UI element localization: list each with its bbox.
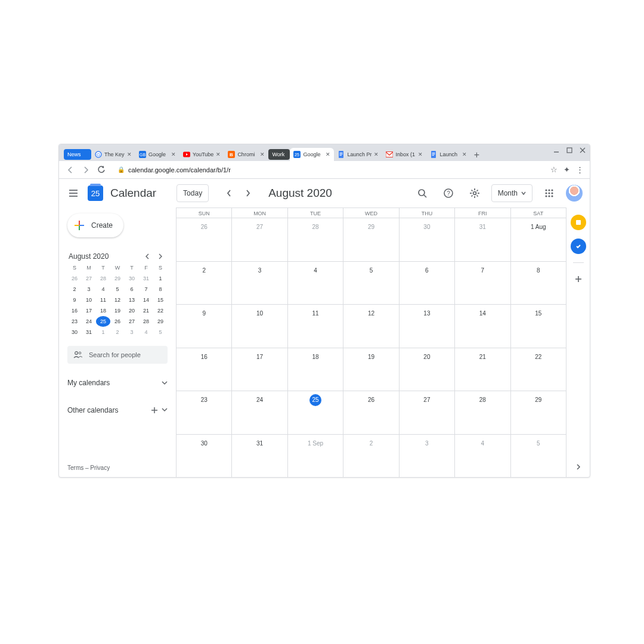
day-cell[interactable]: 1 Sep [288,434,343,478]
mini-day-cell[interactable]: 1 [96,327,110,338]
mini-day-cell[interactable]: 31 [139,273,153,284]
browser-tab[interactable]: Launch Pr✕ [334,148,382,161]
mini-day-cell[interactable]: 27 [125,316,139,327]
tab-close-icon[interactable]: ✕ [462,152,467,157]
view-switcher[interactable]: Month [491,184,532,202]
day-cell[interactable]: 22 [511,348,566,391]
day-cell[interactable]: 3 [232,261,287,305]
tab-close-icon[interactable]: ✕ [374,152,379,157]
day-cell[interactable]: 21 [455,348,510,391]
day-cell[interactable]: 2 [177,261,232,305]
browser-tab[interactable]: Launch ✕ [426,148,470,161]
day-cell[interactable]: 13 [400,304,455,348]
day-cell[interactable]: 24 [232,391,287,434]
get-addons-button[interactable] [571,271,586,287]
extensions-icon[interactable]: ✦ [564,165,570,174]
url-box[interactable]: 🔒 calendar.google.com/calendar/b/1/r [112,163,546,177]
settings-button[interactable] [465,184,484,203]
tab-close-icon[interactable]: ✕ [171,152,176,157]
today-button[interactable]: Today [177,184,209,202]
browser-tab[interactable]: News [64,149,91,160]
day-cell[interactable]: 8 [511,261,566,305]
mini-prev-button[interactable] [141,250,153,262]
plus-small-icon[interactable] [151,407,158,414]
mini-day-cell[interactable]: 7 [139,284,153,295]
mini-day-cell[interactable]: 5 [110,284,125,295]
mini-day-cell[interactable]: 29 [153,316,168,327]
tab-close-icon[interactable]: ✕ [418,152,423,157]
close-window-button[interactable] [579,147,586,154]
main-menu-button[interactable] [66,186,80,200]
mini-day-cell[interactable]: 21 [139,305,153,316]
day-cell[interactable]: 5 [511,434,566,478]
help-button[interactable]: ? [439,184,458,203]
google-apps-button[interactable] [540,184,559,203]
terms-link[interactable]: Terms [67,465,83,471]
mini-day-cell[interactable]: 25 [96,316,110,327]
keep-addon-icon[interactable] [571,215,586,230]
day-cell[interactable]: 25 [288,391,343,434]
side-collapse-button[interactable] [575,464,581,470]
mini-day-cell[interactable]: 31 [82,327,96,338]
day-cell[interactable]: 27 [400,391,455,434]
mini-day-cell[interactable]: 28 [139,316,153,327]
browser-menu-icon[interactable]: ⋮ [576,165,584,174]
mini-day-cell[interactable]: 24 [82,316,96,327]
tab-close-icon[interactable]: ✕ [260,152,265,157]
mini-day-cell[interactable]: 12 [110,295,125,305]
mini-day-cell[interactable]: 23 [67,316,82,327]
day-cell[interactable]: 10 [232,304,287,348]
day-cell[interactable]: 29 [511,391,566,434]
mini-day-cell[interactable]: 8 [153,284,168,295]
mini-day-cell[interactable]: 18 [96,305,110,316]
my-calendars-toggle[interactable]: My calendars [67,374,168,391]
mini-day-cell[interactable]: 27 [82,273,96,284]
mini-day-cell[interactable]: 2 [67,284,82,295]
mini-day-cell[interactable]: 4 [96,284,110,295]
prev-period-button[interactable] [221,185,237,202]
day-cell[interactable]: 27 [232,218,287,261]
mini-day-cell[interactable]: 14 [139,295,153,305]
mini-day-cell[interactable]: 6 [125,284,139,295]
day-cell[interactable]: 3 [400,434,455,478]
browser-tab[interactable]: GThe Key✕ [91,148,135,161]
browser-tab[interactable]: GBGoogle ✕ [135,148,179,161]
day-cell[interactable]: 29 [343,218,399,261]
mini-day-cell[interactable]: 20 [125,305,139,316]
mini-day-cell[interactable]: 3 [82,284,96,295]
mini-day-cell[interactable]: 17 [82,305,96,316]
mini-day-cell[interactable]: 11 [96,295,110,305]
mini-day-cell[interactable]: 22 [153,305,168,316]
day-cell[interactable]: 26 [177,218,232,261]
back-button[interactable] [65,165,76,175]
day-cell[interactable]: 18 [288,348,343,391]
day-cell[interactable]: 5 [343,261,399,305]
mini-day-cell[interactable]: 28 [96,273,110,284]
account-avatar[interactable] [566,185,583,202]
day-cell[interactable]: 15 [511,304,566,348]
mini-day-cell[interactable]: 19 [110,305,125,316]
mini-day-cell[interactable]: 16 [67,305,82,316]
mini-day-cell[interactable]: 1 [153,273,168,284]
mini-day-cell[interactable]: 3 [125,327,139,338]
day-cell[interactable]: 9 [177,304,232,348]
maximize-button[interactable] [566,147,573,154]
day-cell[interactable]: 16 [177,348,232,391]
day-cell[interactable]: 4 [455,434,510,478]
mini-day-cell[interactable]: 29 [110,273,125,284]
next-period-button[interactable] [240,185,256,202]
create-button[interactable]: Create [67,213,123,237]
mini-day-cell[interactable]: 26 [67,273,82,284]
day-cell[interactable]: 30 [400,218,455,261]
tab-close-icon[interactable]: ✕ [216,152,221,157]
day-cell[interactable]: 6 [400,261,455,305]
day-cell[interactable]: 7 [455,261,510,305]
browser-tab[interactable]: YouTube✕ [179,148,224,161]
tab-close-icon[interactable]: ✕ [127,152,132,157]
day-cell[interactable]: 4 [288,261,343,305]
privacy-link[interactable]: Privacy [90,465,110,471]
day-cell[interactable]: 2 [343,434,399,478]
day-cell[interactable]: 28 [288,218,343,261]
day-cell[interactable]: 31 [232,434,287,478]
mini-day-cell[interactable]: 5 [153,327,168,338]
